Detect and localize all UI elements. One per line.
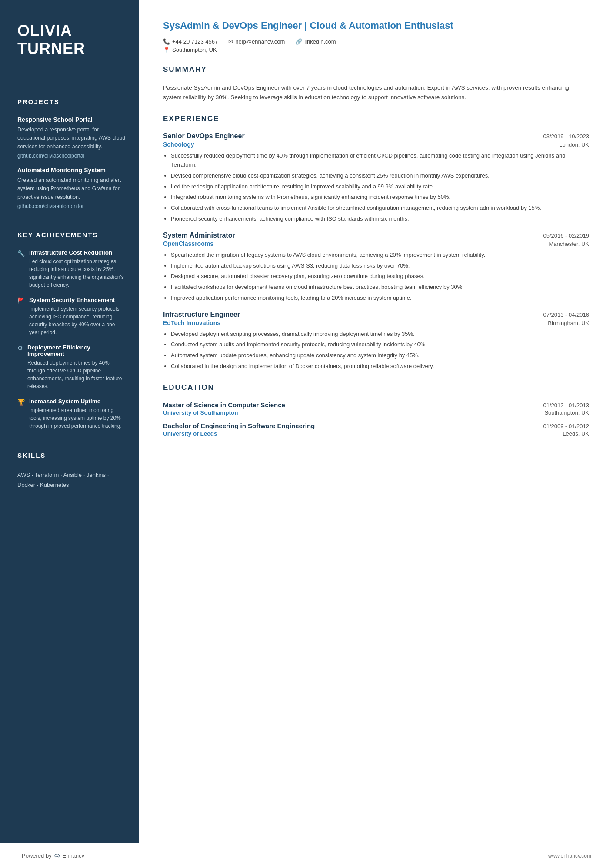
achievement-4-icon: 🏆 [17,399,25,406]
exp-1-company: Schoology [163,141,194,148]
footer-website: www.enhancv.com [548,853,591,859]
brand-name: Enhancv [63,852,85,859]
achievement-1-icon: 🔧 [17,250,25,257]
exp-2-bullet-4: Facilitated workshops for development te… [171,283,589,292]
exp-2-location: Manchester, UK [549,241,590,247]
exp-3-bullet-1: Developed deployment scripting processes… [171,330,589,339]
edu-1-school: University of Southampton [163,409,238,416]
edu-1-location: Southampton, UK [544,409,589,416]
experience-section-title: EXPERIENCE [163,114,589,126]
exp-3-company: EdTech Innovations [163,319,220,326]
achievement-2-title: System Security Enhancement [29,297,126,303]
exp-1-bullet-4: Integrated robust monitoring systems wit… [171,193,589,202]
experience-3: Infrastructure Engineer 07/2013 - 04/201… [163,311,589,371]
email-icon: ✉ [228,38,233,45]
edu-2-dates: 01/2009 - 01/2012 [543,423,589,429]
enhancv-logo-icon: ∞ [54,851,60,860]
exp-1-bullet-1: Successfully reduced deployment time by … [171,151,589,170]
project-2-title: Automated Monitoring System [17,167,126,174]
project-1-title: Responsive School Portal [17,116,126,123]
achievement-2-desc: Implemented system security protocols ac… [29,305,126,336]
phone-icon: 📞 [163,38,170,45]
footer: Powered by ∞ Enhancv www.enhancv.com [0,843,613,868]
summary-section-title: SUMMARY [163,65,589,77]
footer-brand: Powered by ∞ Enhancv [22,851,84,860]
linkedin-icon: 🔗 [295,38,302,45]
email-contact: ✉ help@enhancv.com [228,38,285,45]
sidebar: OLIVIA TURNER PROJECTS Responsive School… [0,0,139,843]
exp-2-bullets: Spearheaded the migration of legacy syst… [163,251,589,303]
education-2: Bachelor of Engineering in Software Engi… [163,422,589,437]
achievement-2: 🚩 System Security Enhancement Implemente… [17,297,126,336]
education-section-title: EDUCATION [163,383,589,395]
exp-1-bullet-3: Led the redesign of application architec… [171,182,589,191]
exp-1-bullets: Successfully reduced deployment time by … [163,151,589,224]
exp-2-title: System Administrator [163,231,235,239]
exp-3-bullet-4: Collaborated in the design and implement… [171,362,589,371]
edu-1-degree: Master of Science in Computer Science [163,401,285,409]
project-2-desc: Created an automated monitoring and aler… [17,176,126,201]
exp-2-bullet-5: Improved application performance monitor… [171,294,589,303]
exp-2-bullet-2: Implemented automated backup solutions u… [171,261,589,271]
achievement-3-title: Deployment Efficiency Improvement [27,344,126,357]
project-1-link: github.com/oliviaschoolportal [17,153,126,159]
location-row: 📍 Southampton, UK [163,47,589,53]
location-text: Southampton, UK [172,47,217,53]
edu-2-school: University of Leeds [163,430,217,437]
contact-row: 📞 +44 20 7123 4567 ✉ help@enhancv.com 🔗 … [163,38,589,45]
education-1: Master of Science in Computer Science 01… [163,401,589,416]
exp-1-title: Senior DevOps Engineer [163,132,245,140]
achievement-4-desc: Implemented streamlined monitoring tools… [29,406,126,430]
main-content: SysAdmin & DevOps Engineer | Cloud & Aut… [139,0,613,843]
achievement-2-icon: 🚩 [17,297,25,304]
exp-2-bullet-3: Designed a secure, automated disaster re… [171,272,589,281]
achievement-4: 🏆 Increased System Uptime Implemented st… [17,398,126,430]
exp-1-location: London, UK [559,141,589,148]
achievement-1: 🔧 Infrastructure Cost Reduction Led clou… [17,249,126,289]
experience-1: Senior DevOps Engineer 03/2019 - 10/2023… [163,132,589,224]
skills-section-title: SKILLS [17,452,126,462]
achievement-3-icon: ⚙ [17,345,23,352]
summary-text: Passionate SysAdmin and DevOps Engineer … [163,83,589,103]
project-1-desc: Developed a responsive portal for educat… [17,126,126,151]
powered-by-label: Powered by [22,852,52,859]
skills-list: AWS · Terraform · Ansible · Jenkins · Do… [17,470,126,490]
edu-2-location: Leeds, UK [563,430,589,437]
achievement-1-title: Infrastructure Cost Reduction [29,249,126,256]
exp-1-bullet-5: Collaborated with cross-functional teams… [171,204,589,213]
job-title: SysAdmin & DevOps Engineer | Cloud & Aut… [163,20,589,32]
exp-3-bullet-2: Conducted system audits and implemented … [171,340,589,349]
exp-3-dates: 07/2013 - 04/2016 [543,312,589,318]
edu-2-degree: Bachelor of Engineering in Software Engi… [163,422,315,429]
project-1: Responsive School Portal Developed a res… [17,116,126,167]
exp-3-title: Infrastructure Engineer [163,311,240,318]
project-2-link: github.com/oliviaautomonitor [17,203,126,209]
experience-2: System Administrator 05/2016 - 02/2019 O… [163,231,589,303]
exp-1-bullet-2: Devised comprehensive cloud cost-optimiz… [171,171,589,181]
linkedin-contact: 🔗 linkedin.com [295,38,336,45]
exp-3-bullet-3: Automated system update procedures, enha… [171,351,589,360]
project-2: Automated Monitoring System Created an a… [17,167,126,217]
location-icon: 📍 [163,47,170,53]
email-address: help@enhancv.com [235,38,285,45]
exp-2-company: OpenClassrooms [163,240,213,247]
achievement-1-desc: Led cloud cost optimization strategies, … [29,258,126,289]
edu-1-dates: 01/2012 - 01/2013 [543,402,589,409]
achievements-section-title: KEY ACHIEVEMENTS [17,231,126,241]
exp-2-bullet-1: Spearheaded the migration of legacy syst… [171,251,589,260]
exp-2-dates: 05/2016 - 02/2019 [543,232,589,239]
exp-3-bullets: Developed deployment scripting processes… [163,330,589,371]
skills-line-1: AWS · Terraform · Ansible · Jenkins · [17,472,109,478]
phone-contact: 📞 +44 20 7123 4567 [163,38,218,45]
linkedin-url: linkedin.com [304,38,336,45]
achievement-4-title: Increased System Uptime [29,398,126,405]
achievement-3-desc: Reduced deployment times by 40% through … [27,359,126,390]
exp-3-location: Birmingham, UK [548,320,589,326]
candidate-name: OLIVIA TURNER [17,22,126,58]
exp-1-bullet-6: Pioneered security enhancements, achievi… [171,214,589,224]
projects-section-title: PROJECTS [17,98,126,108]
skills-line-2: Docker · Kubernetes [17,482,69,488]
exp-1-dates: 03/2019 - 10/2023 [543,133,589,140]
phone-number: +44 20 7123 4567 [172,38,218,45]
achievement-3: ⚙ Deployment Efficiency Improvement Redu… [17,344,126,390]
